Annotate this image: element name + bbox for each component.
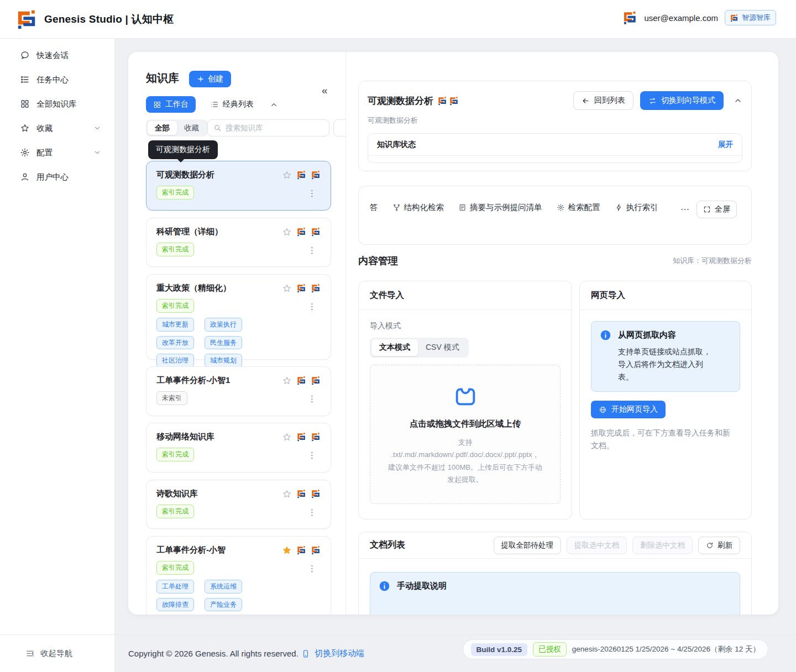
kb-logo-icon bbox=[311, 170, 321, 180]
tab-run-index[interactable]: 执行索引 bbox=[615, 200, 658, 223]
arrow-left-icon bbox=[582, 97, 590, 105]
card-menu-icon[interactable]: ⋮ bbox=[308, 302, 316, 311]
delete-selected-button[interactable]: 删除选中文档 bbox=[632, 537, 693, 554]
fullscreen-label: 全屏 bbox=[715, 204, 730, 214]
kb-logo-icon bbox=[297, 170, 306, 180]
filter-all-option[interactable]: 全部 bbox=[148, 121, 177, 135]
sidebar-item-user-center[interactable]: 用户中心 bbox=[0, 165, 114, 189]
kb-card[interactable]: 工单事件分析-小智 索引完成 工单处理 系统运维 故障排查 产险业务 ⋮ bbox=[146, 536, 331, 615]
kb-card[interactable]: 诗歌知识库 索引完成 ⋮ bbox=[146, 480, 331, 529]
sidebar-item-quick-chat[interactable]: 快速会话 bbox=[0, 43, 114, 67]
kb-logo-icon bbox=[311, 284, 321, 293]
document-list-title: 文档列表 bbox=[370, 539, 405, 551]
sidebar-item-label: 收藏 bbox=[36, 123, 53, 134]
kb-filter-segment: 全部 收藏 bbox=[146, 119, 208, 136]
tab-structured-search[interactable]: 结构化检索 bbox=[392, 200, 444, 223]
classic-list-tab[interactable]: 经典列表 bbox=[210, 96, 254, 113]
kb-logo-icon bbox=[311, 432, 321, 442]
collapse-nav-label: 收起导航 bbox=[40, 648, 72, 659]
create-kb-button[interactable]: 创建 bbox=[189, 71, 231, 87]
file-dropzone[interactable]: 点击或拖拽文件到此区域上传 支持 .txt/.md/.markdown/.pdf… bbox=[370, 365, 561, 504]
filter-fav-option[interactable]: 收藏 bbox=[177, 121, 206, 135]
status-badge: 索引完成 bbox=[156, 505, 194, 518]
tab-qa-partial[interactable]: 答 bbox=[370, 200, 378, 223]
main-panel: 知识库 创建 « 工作台 经典列表 全部 收藏 可观测数据分析 可观测数据分 bbox=[128, 52, 778, 615]
workbench-tab[interactable]: 工作台 bbox=[146, 96, 196, 113]
card-menu-icon[interactable]: ⋮ bbox=[308, 451, 316, 459]
kb-secondary-input[interactable] bbox=[333, 119, 345, 136]
fullscreen-button[interactable]: 全屏 bbox=[696, 201, 737, 218]
web-import-title: 网页导入 bbox=[580, 281, 751, 310]
expand-link[interactable]: 展开 bbox=[718, 140, 733, 150]
licensed-badge: 已授权 bbox=[533, 642, 567, 657]
favorite-star-icon[interactable] bbox=[282, 545, 292, 555]
kb-status-title: 知识库状态 bbox=[377, 140, 416, 150]
kb-logo-icon bbox=[297, 489, 306, 498]
switch-wizard-mode-button[interactable]: 切换到向导模式 bbox=[640, 91, 724, 110]
kb-card[interactable]: 科研管理（详细） 索引完成 ⋮ bbox=[146, 218, 331, 267]
status-badge: 未索引 bbox=[156, 391, 187, 405]
status-badge: 索引完成 bbox=[156, 299, 194, 313]
card-menu-icon[interactable]: ⋮ bbox=[308, 508, 316, 516]
tab-summary-examples[interactable]: 摘要与示例提问清单 bbox=[458, 200, 542, 223]
kb-detail-header-card: 可观测数据分析 回到列表 切换到向导模式 可观测数据分析 知识库状态 展开 bbox=[358, 81, 752, 171]
sidebar-item-task-center[interactable]: 任务中心 bbox=[0, 67, 114, 92]
kb-context-label: 知识库：可观测数据分析 bbox=[673, 256, 752, 266]
kb-search-input[interactable] bbox=[226, 124, 314, 132]
csv-mode-option[interactable]: CSV 模式 bbox=[418, 339, 467, 356]
kb-card-title: 工单事件分析-小智 bbox=[156, 545, 282, 555]
favorite-star-icon[interactable] bbox=[282, 432, 292, 442]
org-badge[interactable]: 智源智库 bbox=[725, 10, 776, 25]
card-menu-icon[interactable]: ⋮ bbox=[308, 564, 316, 573]
extract-selected-button[interactable]: 提取选中文档 bbox=[567, 537, 627, 554]
kb-card[interactable]: 重大政策（精细化） 索引完成 城市更新 政策执行 改革开放 民生服务 社区治理 … bbox=[146, 274, 331, 360]
kb-logo-icon bbox=[297, 376, 306, 385]
mobile-icon bbox=[301, 649, 310, 658]
favorite-star-icon[interactable] bbox=[282, 284, 292, 293]
status-badge: 索引完成 bbox=[156, 448, 194, 461]
text-mode-option[interactable]: 文本模式 bbox=[371, 339, 418, 356]
extract-all-button[interactable]: 提取全部待处理 bbox=[494, 537, 562, 554]
favorite-star-icon[interactable] bbox=[282, 489, 292, 499]
chevron-down-icon bbox=[93, 149, 101, 156]
refresh-button[interactable]: 刷新 bbox=[698, 537, 740, 554]
kb-card[interactable]: 工单事件分析-小智1 未索引 ⋮ bbox=[146, 366, 331, 416]
inbox-upload-icon bbox=[453, 383, 478, 408]
sidebar-item-all-kb[interactable]: 全部知识库 bbox=[0, 92, 114, 116]
status-badge: 索引完成 bbox=[156, 186, 194, 200]
detail-tabs-card: 答 结构化检索 摘要与示例提问清单 检索配置 执行索引 内容管理 bbox=[358, 186, 752, 245]
card-menu-icon[interactable]: ⋮ bbox=[308, 189, 316, 197]
chevron-up-icon[interactable] bbox=[734, 96, 742, 105]
tab-label: 答 bbox=[370, 202, 378, 213]
favorite-star-icon[interactable] bbox=[282, 170, 292, 180]
favorite-star-icon[interactable] bbox=[282, 376, 292, 386]
kb-tag: 改革开放 bbox=[156, 336, 194, 350]
kb-tag: 产险业务 bbox=[205, 598, 242, 612]
classic-list-label: 经典列表 bbox=[223, 99, 254, 109]
sidebar-item-settings[interactable]: 配置 bbox=[0, 140, 114, 165]
switch-mobile-link[interactable]: 切换到移动端 bbox=[301, 648, 364, 659]
kb-card[interactable]: 移动网络知识库 索引完成 ⋮ bbox=[146, 423, 331, 473]
license-info: genesis-20260125 1/25/2026 ~ 4/25/2026（剩… bbox=[572, 644, 760, 654]
kb-tag: 政策执行 bbox=[205, 318, 242, 332]
card-menu-icon[interactable]: ⋮ bbox=[308, 395, 316, 403]
tab-label: 执行索引 bbox=[626, 202, 658, 213]
more-tabs-icon[interactable]: ⋯ bbox=[680, 204, 689, 214]
chevron-up-icon[interactable] bbox=[270, 101, 278, 109]
import-mode-segment: 文本模式 CSV 模式 bbox=[370, 338, 469, 358]
app-title: Genesis Studio | 认知中枢 bbox=[44, 12, 174, 27]
web-import-info-box: 从网页抓取内容 支持单页链接或站点抓取， 导入后将作为文档进入列 表。 bbox=[591, 321, 740, 392]
favorite-star-icon[interactable] bbox=[282, 227, 292, 237]
doc-list-icon bbox=[458, 203, 467, 212]
back-to-list-button[interactable]: 回到列表 bbox=[573, 91, 633, 110]
sidebar-item-label: 任务中心 bbox=[36, 75, 69, 85]
kb-card[interactable]: 可观测数据分析 索引完成 ⋮ bbox=[146, 161, 331, 211]
collapse-nav-button[interactable]: 收起导航 bbox=[0, 634, 114, 672]
card-menu-icon[interactable]: ⋮ bbox=[308, 246, 316, 254]
sidebar-item-favorites[interactable]: 收藏 bbox=[0, 116, 114, 140]
tab-search-config[interactable]: 检索配置 bbox=[557, 200, 600, 223]
kb-detail-title: 可观测数据分析 bbox=[368, 95, 433, 107]
classic-list-icon bbox=[210, 100, 219, 109]
collapse-panel-icon[interactable]: « bbox=[322, 85, 328, 96]
start-web-import-button[interactable]: 开始网页导入 bbox=[591, 401, 666, 418]
